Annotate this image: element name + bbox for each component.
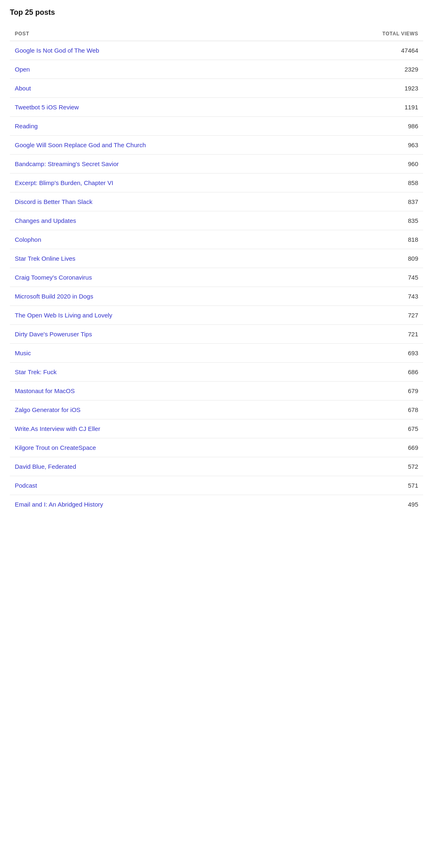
table-row: Open2329	[10, 60, 423, 79]
table-row: Google Is Not God of The Web47464	[10, 41, 423, 60]
post-views: 963	[408, 141, 418, 148]
post-views: 837	[408, 198, 418, 205]
table-row: Dirty Dave's Poweruser Tips721	[10, 325, 423, 344]
post-views: 743	[408, 293, 418, 300]
post-views: 678	[408, 406, 418, 413]
post-views: 986	[408, 123, 418, 130]
posts-table: POST TOTAL VIEWS Google Is Not God of Th…	[10, 27, 423, 514]
table-row: Kilgore Trout on CreateSpace669	[10, 438, 423, 457]
page-title: Top 25 posts	[10, 8, 423, 17]
post-link[interactable]: Google Will Soon Replace God and The Chu…	[15, 141, 146, 148]
table-row: Discord is Better Than Slack837	[10, 192, 423, 211]
post-views: 745	[408, 274, 418, 281]
table-row: Star Trek Online Lives809	[10, 249, 423, 268]
table-row: Colophon818	[10, 230, 423, 249]
post-views: 960	[408, 160, 418, 167]
post-views: 2329	[405, 66, 418, 73]
post-link[interactable]: Dirty Dave's Poweruser Tips	[15, 331, 92, 338]
post-views: 669	[408, 444, 418, 451]
post-link[interactable]: Tweetbot 5 iOS Review	[15, 104, 79, 111]
post-link[interactable]: The Open Web Is Living and Lovely	[15, 312, 112, 319]
post-link[interactable]: Open	[15, 66, 30, 73]
table-row: About1923	[10, 79, 423, 98]
post-views: 818	[408, 236, 418, 243]
table-row: Bandcamp: Streaming's Secret Savior960	[10, 155, 423, 174]
post-views: 693	[408, 350, 418, 356]
post-link[interactable]: Podcast	[15, 482, 37, 489]
post-views: 675	[408, 425, 418, 432]
table-row: Microsoft Build 2020 in Dogs743	[10, 287, 423, 306]
table-row: David Blue, Federated572	[10, 457, 423, 476]
table-row: Google Will Soon Replace God and The Chu…	[10, 136, 423, 155]
table-row: Star Trek: Fuck686	[10, 363, 423, 382]
post-link[interactable]: David Blue, Federated	[15, 463, 76, 470]
table-row: Craig Toomey's Coronavirus745	[10, 268, 423, 287]
table-row: Excerpt: Blimp's Burden, Chapter VI858	[10, 174, 423, 192]
post-link[interactable]: Reading	[15, 123, 38, 130]
post-link[interactable]: Music	[15, 350, 31, 356]
post-views: 679	[408, 387, 418, 394]
post-views: 1923	[405, 85, 418, 92]
table-row: Write.As Interview with CJ Eller675	[10, 419, 423, 438]
table-row: Podcast571	[10, 476, 423, 495]
post-link[interactable]: Craig Toomey's Coronavirus	[15, 274, 92, 281]
post-link[interactable]: About	[15, 85, 31, 92]
post-views: 47464	[401, 47, 418, 54]
table-row: Zalgo Generator for iOS678	[10, 400, 423, 419]
col-post-header: POST	[15, 31, 29, 37]
post-link[interactable]: Star Trek Online Lives	[15, 255, 76, 262]
post-link[interactable]: Bandcamp: Streaming's Secret Savior	[15, 160, 119, 167]
post-views: 1191	[405, 104, 418, 111]
post-link[interactable]: Microsoft Build 2020 in Dogs	[15, 293, 93, 300]
table-body: Google Is Not God of The Web47464Open232…	[10, 41, 423, 514]
post-views: 721	[408, 331, 418, 338]
table-row: Tweetbot 5 iOS Review1191	[10, 98, 423, 117]
post-views: 858	[408, 179, 418, 186]
post-link[interactable]: Email and I: An Abridged History	[15, 501, 103, 508]
table-row: Email and I: An Abridged History495	[10, 495, 423, 514]
post-link[interactable]: Changes and Updates	[15, 217, 76, 224]
post-link[interactable]: Discord is Better Than Slack	[15, 198, 92, 205]
post-views: 809	[408, 255, 418, 262]
post-link[interactable]: Kilgore Trout on CreateSpace	[15, 444, 96, 451]
post-link[interactable]: Mastonaut for MacOS	[15, 387, 75, 394]
post-views: 572	[408, 463, 418, 470]
post-views: 727	[408, 312, 418, 319]
post-views: 571	[408, 482, 418, 489]
post-link[interactable]: Colophon	[15, 236, 41, 243]
post-link[interactable]: Star Trek: Fuck	[15, 368, 57, 375]
post-link[interactable]: Google Is Not God of The Web	[15, 47, 99, 54]
table-row: Mastonaut for MacOS679	[10, 382, 423, 400]
post-views: 835	[408, 217, 418, 224]
table-row: Reading986	[10, 117, 423, 136]
table-row: The Open Web Is Living and Lovely727	[10, 306, 423, 325]
post-views: 686	[408, 368, 418, 375]
table-row: Music693	[10, 344, 423, 363]
table-header: POST TOTAL VIEWS	[10, 27, 423, 41]
post-link[interactable]: Zalgo Generator for iOS	[15, 406, 81, 413]
col-views-header: TOTAL VIEWS	[382, 31, 418, 37]
post-link[interactable]: Excerpt: Blimp's Burden, Chapter VI	[15, 179, 113, 186]
post-views: 495	[408, 501, 418, 508]
post-link[interactable]: Write.As Interview with CJ Eller	[15, 425, 100, 432]
table-row: Changes and Updates835	[10, 211, 423, 230]
